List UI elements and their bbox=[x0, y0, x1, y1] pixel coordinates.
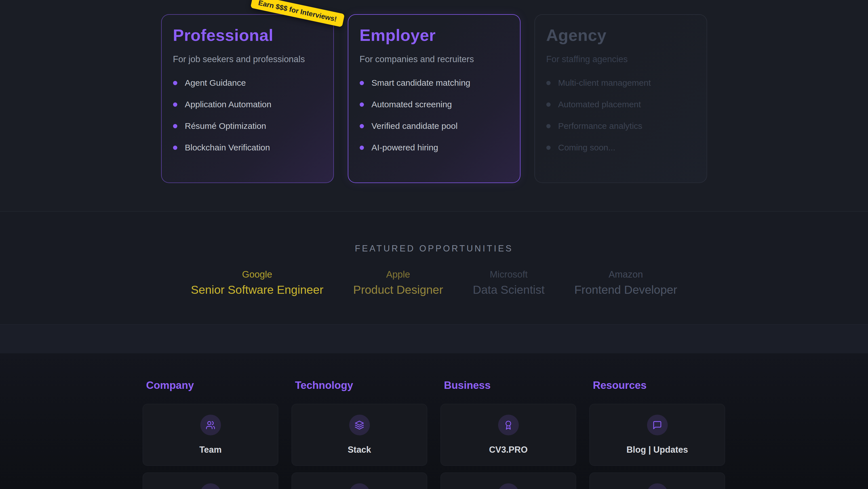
bullet-dot-icon bbox=[546, 103, 551, 107]
featured-job-apple: Apple Product Designer bbox=[353, 269, 443, 296]
feature-label: Résumé Optimization bbox=[185, 121, 266, 131]
icon-badge bbox=[200, 415, 221, 435]
plan-feature: Agent Guidance bbox=[173, 78, 322, 88]
plan-feature: Coming soon... bbox=[546, 143, 695, 152]
bullet-dot-icon bbox=[546, 124, 551, 128]
bullet-dot-icon bbox=[360, 124, 364, 128]
footer-card-label: Stack bbox=[348, 445, 371, 455]
job-role: Senior Software Engineer bbox=[191, 283, 323, 296]
icon-badge bbox=[647, 415, 668, 435]
icon-badge bbox=[498, 483, 519, 489]
feature-label: Automated screening bbox=[372, 99, 452, 109]
footer-section: Company Team Technology bbox=[0, 353, 868, 489]
icon-badge bbox=[349, 483, 370, 489]
job-role: Product Designer bbox=[353, 283, 443, 296]
plan-feature-list: Smart candidate matching Automated scree… bbox=[360, 78, 508, 152]
bullet-dot-icon bbox=[360, 81, 364, 85]
footer-column-technology: Technology Stack bbox=[291, 379, 427, 489]
footer-card-team[interactable]: Team bbox=[143, 404, 278, 466]
plan-feature: Application Automation bbox=[173, 99, 322, 109]
footer-grid: Company Team Technology bbox=[143, 379, 725, 489]
footer-card-label: Blog | Updates bbox=[626, 445, 688, 455]
plan-card-agency: Agency For staffing agencies Multi-clien… bbox=[534, 14, 707, 183]
job-company: Google bbox=[191, 269, 323, 280]
footer-column-company: Company Team bbox=[143, 379, 278, 489]
plan-subtitle: For companies and recruiters bbox=[360, 54, 508, 64]
job-company: Amazon bbox=[575, 269, 677, 280]
plan-feature: Résumé Optimization bbox=[173, 121, 322, 131]
icon-badge bbox=[647, 483, 668, 489]
feature-label: Coming soon... bbox=[558, 143, 616, 152]
plan-feature-list: Agent Guidance Application Automation Ré… bbox=[173, 78, 322, 152]
plan-subtitle: For staffing agencies bbox=[546, 54, 695, 64]
plan-feature: Smart candidate matching bbox=[360, 78, 508, 88]
featured-heading: FEATURED OPPORTUNITIES bbox=[0, 243, 868, 254]
footer-card-partial[interactable] bbox=[589, 472, 725, 489]
plan-feature: Automated placement bbox=[546, 99, 695, 109]
landing-page: { "badge": { "label": "Earn $$$ for Inte… bbox=[0, 0, 868, 489]
feature-label: Verified candidate pool bbox=[372, 121, 458, 131]
layers-icon bbox=[354, 420, 364, 430]
icon-badge bbox=[200, 483, 221, 489]
bullet-dot-icon bbox=[173, 103, 177, 107]
feature-label: Multi-client management bbox=[558, 78, 651, 88]
plans-row: Earn $$$ for Interviews! Professional Fo… bbox=[161, 14, 707, 183]
plan-card-professional[interactable]: Professional For job seekers and profess… bbox=[161, 14, 334, 183]
plan-card-employer[interactable]: Employer For companies and recruiters Sm… bbox=[348, 14, 521, 183]
feature-label: Automated placement bbox=[558, 99, 641, 109]
footer-card-partial[interactable] bbox=[143, 472, 278, 489]
footer-column-heading: Company bbox=[143, 379, 278, 392]
bullet-dot-icon bbox=[546, 81, 551, 85]
feature-label: Performance analytics bbox=[558, 121, 643, 131]
footer-column-heading: Technology bbox=[291, 379, 427, 392]
featured-job-microsoft: Microsoft Data Scientist bbox=[473, 269, 545, 296]
bullet-dot-icon bbox=[173, 81, 177, 85]
job-company: Apple bbox=[353, 269, 443, 280]
icon-badge bbox=[349, 415, 370, 435]
plan-feature-list: Multi-client management Automated placem… bbox=[546, 78, 695, 152]
job-role: Data Scientist bbox=[473, 283, 545, 296]
plan-feature: Multi-client management bbox=[546, 78, 695, 88]
job-role: Frontend Developer bbox=[575, 283, 677, 296]
feature-label: Agent Guidance bbox=[185, 78, 246, 88]
bullet-dot-icon bbox=[360, 146, 364, 150]
plan-feature: Verified candidate pool bbox=[360, 121, 508, 131]
featured-job-amazon: Amazon Frontend Developer bbox=[575, 269, 677, 296]
plan-subtitle: For job seekers and professionals bbox=[173, 54, 322, 64]
footer-card-label: CV3.PRO bbox=[489, 445, 528, 455]
plan-feature: AI-powered hiring bbox=[360, 143, 508, 152]
plan-title: Professional bbox=[173, 26, 322, 45]
plan-feature: Automated screening bbox=[360, 99, 508, 109]
footer-column-heading: Business bbox=[440, 379, 576, 392]
plan-feature: Blockchain Verification bbox=[173, 143, 322, 152]
footer-column-business: Business CV3.PRO bbox=[440, 379, 576, 489]
footer-card-partial[interactable] bbox=[291, 472, 427, 489]
icon-badge bbox=[498, 415, 519, 435]
bullet-dot-icon bbox=[173, 146, 177, 150]
featured-jobs-row: Google Senior Software Engineer Apple Pr… bbox=[0, 269, 868, 296]
job-company: Microsoft bbox=[473, 269, 545, 280]
footer-card-stack[interactable]: Stack bbox=[291, 404, 427, 466]
users-icon bbox=[206, 420, 215, 430]
footer-card-partial[interactable] bbox=[440, 472, 576, 489]
footer-card-blog[interactable]: Blog | Updates bbox=[589, 404, 725, 466]
bullet-dot-icon bbox=[173, 124, 177, 128]
bullet-dot-icon bbox=[546, 146, 551, 150]
feature-label: Blockchain Verification bbox=[185, 143, 270, 152]
featured-job-google: Google Senior Software Engineer bbox=[191, 269, 323, 296]
featured-opportunities-section: FEATURED OPPORTUNITIES Google Senior Sof… bbox=[0, 211, 868, 324]
plans-section: Earn $$$ for Interviews! Professional Fo… bbox=[0, 0, 868, 211]
award-icon bbox=[503, 420, 513, 430]
footer-card-label: Team bbox=[199, 445, 222, 455]
message-icon bbox=[652, 420, 662, 430]
plan-title: Employer bbox=[360, 26, 508, 45]
footer-column-resources: Resources Blog | Updates bbox=[589, 379, 725, 489]
feature-label: Application Automation bbox=[185, 99, 272, 109]
footer-card-cv3pro[interactable]: CV3.PRO bbox=[440, 404, 576, 466]
plan-title: Agency bbox=[546, 26, 695, 45]
feature-label: AI-powered hiring bbox=[372, 143, 438, 152]
footer-column-heading: Resources bbox=[589, 379, 725, 392]
plan-feature: Performance analytics bbox=[546, 121, 695, 131]
section-divider-strip bbox=[0, 324, 868, 353]
feature-label: Smart candidate matching bbox=[372, 78, 471, 88]
